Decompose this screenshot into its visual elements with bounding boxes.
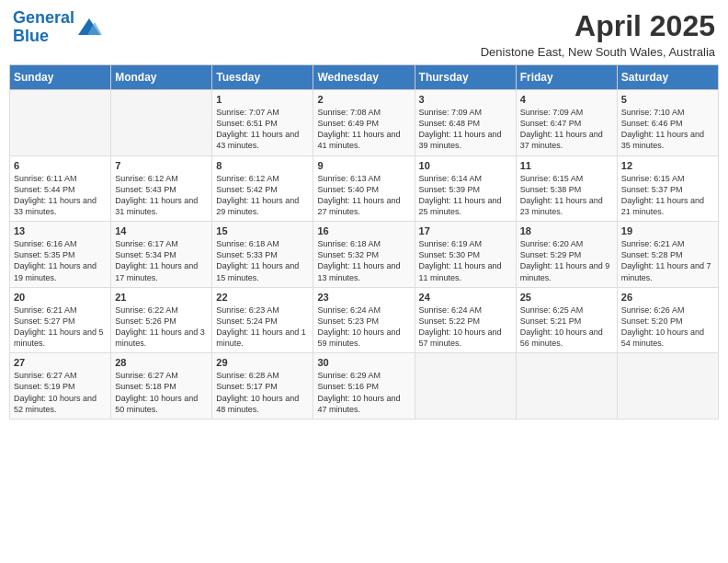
location-subtitle: Denistone East, New South Wales, Austral… [481, 45, 715, 59]
day-number: 19 [621, 225, 714, 236]
title-block: April 2025 Denistone East, New South Wal… [481, 9, 715, 59]
day-info: Sunrise: 6:27 AM Sunset: 5:18 PM Dayligh… [115, 370, 208, 415]
day-number: 20 [14, 292, 107, 303]
day-info: Sunrise: 6:14 AM Sunset: 5:39 PM Dayligh… [419, 173, 512, 218]
day-info: Sunrise: 6:27 AM Sunset: 5:19 PM Dayligh… [14, 370, 107, 415]
day-info: Sunrise: 6:21 AM Sunset: 5:27 PM Dayligh… [14, 304, 107, 350]
logo: General Blue [13, 9, 102, 46]
day-info: Sunrise: 6:15 AM Sunset: 5:38 PM Dayligh… [520, 173, 613, 218]
calendar-cell [415, 353, 516, 419]
calendar-cell [617, 353, 718, 419]
day-number: 11 [520, 160, 613, 171]
calendar-week-5: 27Sunrise: 6:27 AM Sunset: 5:19 PM Dayli… [10, 353, 719, 419]
day-info: Sunrise: 6:18 AM Sunset: 5:33 PM Dayligh… [216, 238, 309, 283]
day-number: 30 [317, 357, 410, 368]
day-info: Sunrise: 6:20 AM Sunset: 5:29 PM Dayligh… [520, 238, 613, 283]
calendar-cell: 17Sunrise: 6:19 AM Sunset: 5:30 PM Dayli… [415, 222, 516, 288]
calendar-cell: 7Sunrise: 6:12 AM Sunset: 5:43 PM Daylig… [111, 155, 212, 222]
day-number: 29 [216, 357, 309, 368]
day-info: Sunrise: 6:23 AM Sunset: 5:24 PM Dayligh… [216, 304, 309, 350]
weekday-header-thursday: Thursday [415, 65, 516, 90]
calendar-week-3: 13Sunrise: 6:16 AM Sunset: 5:35 PM Dayli… [10, 222, 719, 288]
day-number: 4 [520, 94, 613, 105]
calendar-cell: 27Sunrise: 6:27 AM Sunset: 5:19 PM Dayli… [10, 353, 111, 419]
day-info: Sunrise: 7:09 AM Sunset: 6:47 PM Dayligh… [520, 107, 613, 152]
calendar-cell [516, 353, 617, 419]
day-info: Sunrise: 6:28 AM Sunset: 5:17 PM Dayligh… [216, 370, 309, 415]
day-number: 9 [317, 160, 410, 171]
calendar-cell: 3Sunrise: 7:09 AM Sunset: 6:48 PM Daylig… [415, 90, 516, 156]
calendar-cell: 10Sunrise: 6:14 AM Sunset: 5:39 PM Dayli… [415, 155, 516, 222]
calendar-cell: 24Sunrise: 6:24 AM Sunset: 5:22 PM Dayli… [415, 287, 516, 353]
calendar-cell: 25Sunrise: 6:25 AM Sunset: 5:21 PM Dayli… [516, 287, 617, 353]
calendar-cell: 6Sunrise: 6:11 AM Sunset: 5:44 PM Daylig… [10, 155, 111, 222]
day-info: Sunrise: 6:12 AM Sunset: 5:43 PM Dayligh… [115, 173, 208, 218]
calendar-cell: 19Sunrise: 6:21 AM Sunset: 5:28 PM Dayli… [617, 222, 718, 288]
day-info: Sunrise: 6:24 AM Sunset: 5:23 PM Dayligh… [317, 304, 410, 350]
day-info: Sunrise: 7:07 AM Sunset: 6:51 PM Dayligh… [216, 107, 309, 152]
day-number: 10 [419, 160, 512, 171]
day-info: Sunrise: 7:09 AM Sunset: 6:48 PM Dayligh… [419, 107, 512, 152]
day-info: Sunrise: 6:25 AM Sunset: 5:21 PM Dayligh… [520, 304, 613, 350]
weekday-header-tuesday: Tuesday [212, 65, 313, 90]
day-info: Sunrise: 6:26 AM Sunset: 5:20 PM Dayligh… [621, 304, 714, 350]
day-number: 12 [621, 160, 714, 171]
calendar-cell: 22Sunrise: 6:23 AM Sunset: 5:24 PM Dayli… [212, 287, 313, 353]
day-number: 2 [317, 94, 410, 105]
calendar-week-2: 6Sunrise: 6:11 AM Sunset: 5:44 PM Daylig… [10, 155, 719, 222]
logo-icon [76, 15, 102, 40]
calendar-cell: 16Sunrise: 6:18 AM Sunset: 5:32 PM Dayli… [313, 222, 415, 288]
day-info: Sunrise: 6:24 AM Sunset: 5:22 PM Dayligh… [419, 304, 512, 350]
header: General Blue April 2025 Denistone East, … [9, 9, 719, 59]
calendar-cell: 20Sunrise: 6:21 AM Sunset: 5:27 PM Dayli… [10, 287, 111, 353]
day-info: Sunrise: 6:22 AM Sunset: 5:26 PM Dayligh… [115, 304, 208, 350]
day-number: 13 [14, 225, 107, 236]
day-number: 7 [115, 160, 208, 171]
day-info: Sunrise: 6:12 AM Sunset: 5:42 PM Dayligh… [216, 173, 309, 218]
day-number: 5 [621, 94, 714, 105]
day-info: Sunrise: 6:13 AM Sunset: 5:40 PM Dayligh… [317, 173, 410, 218]
day-number: 6 [14, 160, 107, 171]
calendar-cell [10, 90, 111, 156]
calendar-cell: 8Sunrise: 6:12 AM Sunset: 5:42 PM Daylig… [212, 155, 313, 222]
day-number: 15 [216, 225, 309, 236]
calendar-cell: 11Sunrise: 6:15 AM Sunset: 5:38 PM Dayli… [516, 155, 617, 222]
calendar-week-1: 1Sunrise: 7:07 AM Sunset: 6:51 PM Daylig… [10, 90, 719, 156]
logo-general: General [13, 8, 74, 27]
calendar-cell: 9Sunrise: 6:13 AM Sunset: 5:40 PM Daylig… [313, 155, 415, 222]
day-info: Sunrise: 7:10 AM Sunset: 6:46 PM Dayligh… [621, 107, 714, 152]
day-number: 1 [216, 94, 309, 105]
weekday-header-monday: Monday [111, 65, 212, 90]
day-number: 22 [216, 292, 309, 303]
day-number: 28 [115, 357, 208, 368]
calendar-cell: 23Sunrise: 6:24 AM Sunset: 5:23 PM Dayli… [313, 287, 415, 353]
logo-blue: Blue [13, 28, 74, 46]
calendar-cell: 21Sunrise: 6:22 AM Sunset: 5:26 PM Dayli… [111, 287, 212, 353]
calendar-cell: 4Sunrise: 7:09 AM Sunset: 6:47 PM Daylig… [516, 90, 617, 156]
day-info: Sunrise: 6:11 AM Sunset: 5:44 PM Dayligh… [14, 173, 107, 218]
calendar-cell: 1Sunrise: 7:07 AM Sunset: 6:51 PM Daylig… [212, 90, 313, 156]
day-info: Sunrise: 6:21 AM Sunset: 5:28 PM Dayligh… [621, 238, 714, 283]
weekday-header-sunday: Sunday [10, 65, 111, 90]
weekday-header-saturday: Saturday [617, 65, 718, 90]
calendar-cell: 2Sunrise: 7:08 AM Sunset: 6:49 PM Daylig… [313, 90, 415, 156]
day-info: Sunrise: 6:15 AM Sunset: 5:37 PM Dayligh… [621, 173, 714, 218]
day-info: Sunrise: 6:16 AM Sunset: 5:35 PM Dayligh… [14, 238, 107, 283]
calendar-cell: 13Sunrise: 6:16 AM Sunset: 5:35 PM Dayli… [10, 222, 111, 288]
calendar-cell: 12Sunrise: 6:15 AM Sunset: 5:37 PM Dayli… [617, 155, 718, 222]
day-number: 18 [520, 225, 613, 236]
calendar-cell: 18Sunrise: 6:20 AM Sunset: 5:29 PM Dayli… [516, 222, 617, 288]
day-info: Sunrise: 6:17 AM Sunset: 5:34 PM Dayligh… [115, 238, 208, 283]
day-number: 8 [216, 160, 309, 171]
day-number: 3 [419, 94, 512, 105]
logo-text: General [13, 9, 74, 28]
day-info: Sunrise: 6:19 AM Sunset: 5:30 PM Dayligh… [419, 238, 512, 283]
day-number: 17 [419, 225, 512, 236]
calendar-cell: 5Sunrise: 7:10 AM Sunset: 6:46 PM Daylig… [617, 90, 718, 156]
day-number: 24 [419, 292, 512, 303]
weekday-header-friday: Friday [516, 65, 617, 90]
day-number: 25 [520, 292, 613, 303]
calendar-cell: 28Sunrise: 6:27 AM Sunset: 5:18 PM Dayli… [111, 353, 212, 419]
day-info: Sunrise: 6:29 AM Sunset: 5:16 PM Dayligh… [317, 370, 410, 415]
month-title: April 2025 [481, 9, 715, 43]
